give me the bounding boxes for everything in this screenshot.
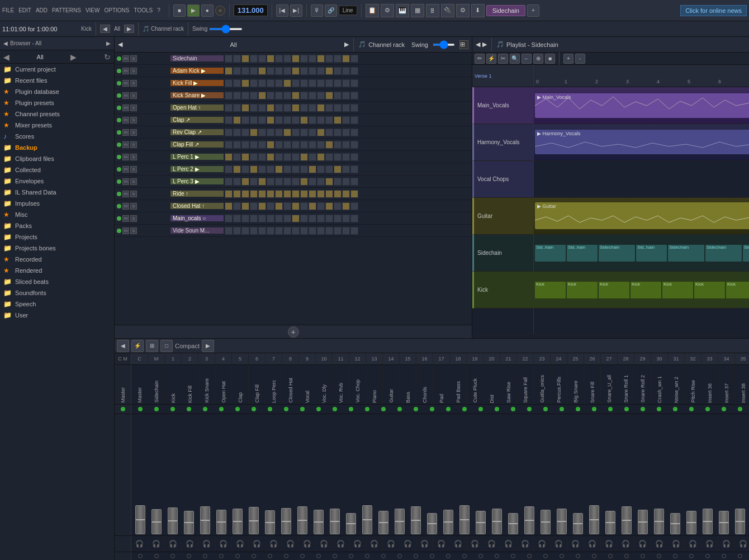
channel-led[interactable] [117, 106, 121, 110]
channel-mute[interactable]: m [122, 55, 129, 62]
eq-cell[interactable]: 🎧 [685, 536, 701, 552]
pad[interactable] [300, 141, 308, 149]
pad[interactable] [325, 153, 333, 161]
channel-name[interactable]: Closed Hat ↑ [170, 203, 224, 209]
pad[interactable] [317, 116, 325, 124]
pad[interactable] [241, 215, 249, 222]
led-dot[interactable] [538, 406, 553, 412]
pad[interactable] [342, 141, 350, 149]
pad[interactable] [292, 227, 300, 235]
pad[interactable] [250, 141, 258, 149]
fader-knob[interactable] [443, 510, 453, 534]
pad[interactable] [292, 129, 300, 136]
channel-mute[interactable]: m [122, 154, 129, 160]
pad[interactable] [309, 165, 316, 173]
track-label-guitar[interactable]: Guitar [472, 198, 533, 235]
eq-cell[interactable]: 🎧 [215, 536, 232, 552]
channel-led[interactable] [117, 118, 121, 122]
eq-cell[interactable]: 🎧 [383, 536, 400, 552]
pad[interactable] [258, 178, 266, 186]
pad[interactable] [292, 190, 300, 198]
pad[interactable] [275, 178, 283, 186]
mixer-compact-toggle[interactable]: □ [160, 340, 173, 352]
mixer-channel-col[interactable]: Snare Roll 2 [634, 365, 651, 404]
pad[interactable] [241, 190, 249, 198]
pad[interactable] [225, 190, 233, 198]
sidebar-item-recorded[interactable]: ★ Recorded [0, 254, 114, 265]
kick-track[interactable]: Kick Kick Kick Kick Kick Kick Kick Kick … [534, 272, 749, 309]
eq-cell[interactable]: 🎧 [182, 536, 198, 552]
channel-name[interactable]: Clap ↗ [170, 117, 224, 123]
bottom-dot[interactable] [570, 553, 586, 559]
channel-mute[interactable]: m [122, 227, 129, 234]
led-dot[interactable] [489, 406, 505, 412]
pad[interactable] [225, 141, 233, 149]
bottom-dot[interactable] [262, 553, 278, 559]
mixer-channel-col[interactable]: Snare Fill [584, 365, 601, 404]
pad[interactable] [350, 178, 358, 186]
step-seq-toggle[interactable]: ▦ [411, 4, 424, 17]
pad[interactable] [233, 92, 241, 99]
pad[interactable] [317, 190, 325, 198]
pad[interactable] [267, 79, 274, 87]
bottom-dot[interactable] [359, 553, 375, 559]
channel-mute[interactable]: m [122, 178, 129, 185]
pad[interactable] [233, 55, 241, 63]
track-label-kick[interactable]: Kick [472, 272, 533, 309]
pad[interactable] [250, 178, 258, 186]
sidebar-nav-prev[interactable]: ◀ [3, 53, 10, 61]
pad[interactable] [283, 215, 291, 222]
news-button[interactable]: Click for online news [680, 5, 747, 16]
pad[interactable] [250, 129, 258, 136]
eq-cell[interactable]: 🎧 [198, 536, 215, 552]
channel-led[interactable] [117, 192, 121, 196]
track-label-sidechain[interactable]: Sidechain [472, 235, 533, 272]
pl-tool2[interactable]: ⚡ [486, 54, 496, 64]
pad[interactable] [309, 202, 316, 210]
channel-led[interactable] [117, 93, 121, 98]
pad[interactable] [267, 116, 274, 124]
led-dot[interactable] [473, 406, 489, 412]
pad[interactable] [350, 116, 358, 124]
pad[interactable] [267, 215, 274, 222]
pad[interactable] [317, 55, 325, 63]
sidebar-refresh[interactable]: ↻ [104, 53, 111, 61]
pad[interactable] [225, 79, 233, 87]
pad[interactable] [233, 104, 241, 112]
eq-cell[interactable]: 🎧 [249, 536, 266, 552]
mixer-channel-col[interactable]: Guitla_onics [534, 365, 551, 404]
pad[interactable] [258, 227, 266, 235]
pad[interactable] [325, 129, 333, 136]
pad[interactable] [258, 67, 266, 75]
channel-mute[interactable]: m [122, 105, 129, 111]
sidebar-item-il-shared-data[interactable]: 📁 IL Shared Data [0, 187, 114, 198]
bottom-dot[interactable] [667, 553, 683, 559]
eq-cell[interactable]: 🎧 [601, 536, 618, 552]
led-dot[interactable] [214, 406, 229, 412]
pad[interactable] [342, 165, 350, 173]
cr-nav-left[interactable]: ◀ [118, 41, 122, 48]
mixer-channel-col[interactable]: Dist [483, 365, 500, 404]
sidechain-add[interactable]: + [527, 4, 539, 17]
fader-knob[interactable] [297, 506, 307, 534]
pad[interactable] [258, 129, 266, 136]
pad[interactable] [258, 116, 266, 124]
sidebar-item-user[interactable]: 📁 User [0, 310, 114, 321]
pad[interactable] [233, 79, 241, 87]
pad[interactable] [342, 202, 350, 210]
pad[interactable] [334, 67, 342, 75]
pad[interactable] [309, 129, 316, 136]
fader-knob[interactable] [622, 506, 632, 534]
playlist-resize-handle[interactable] [472, 334, 749, 338]
channel-led[interactable] [117, 130, 121, 135]
fader-knob[interactable] [557, 509, 567, 534]
pad[interactable] [317, 202, 325, 210]
eq-cell[interactable]: 🎧 [651, 536, 668, 552]
mixer-channel-col[interactable]: Snare Roll 1 [618, 365, 634, 404]
pad[interactable] [325, 178, 333, 186]
sidebar-item-projects-bones[interactable]: 📁 Projects bones [0, 243, 114, 254]
pad[interactable] [233, 178, 241, 186]
pad[interactable] [292, 178, 300, 186]
sidebar-item-envelopes[interactable]: 📁 Envelopes [0, 175, 114, 187]
eq-cell[interactable]: 🎧 [701, 536, 718, 552]
